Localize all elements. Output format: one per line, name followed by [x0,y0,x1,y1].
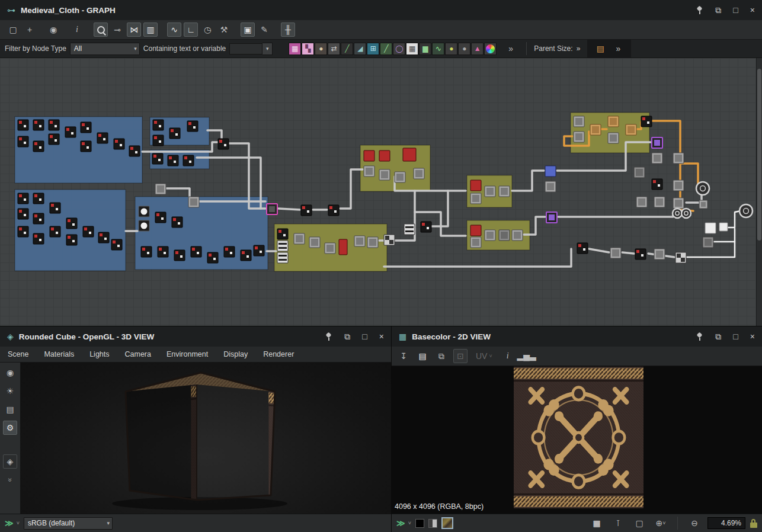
node-type-select[interactable]: All [70,43,140,55]
fit-frame-icon[interactable]: ▢ [632,516,646,530]
close-icon[interactable]: × [379,332,384,341]
compact-material-icon[interactable]: ⋈ [127,23,141,37]
bitmap-node-icon[interactable]: ▦ [289,43,301,55]
display-settings-gear-icon[interactable]: ⚙ [3,421,17,435]
gradient-node-icon[interactable]: ▲ [471,43,484,55]
lock-zoom-icon[interactable] [750,523,757,528]
layers-icon[interactable]: ≫ [396,518,404,528]
directional-warp-node-icon[interactable]: ◢ [354,43,366,55]
float-window-icon[interactable]: ⧉ [344,332,350,341]
close-icon[interactable]: × [750,6,755,14]
texture-thumbnail[interactable] [441,517,453,529]
graph-node-zebra[interactable] [404,224,415,235]
graph-canvas[interactable] [0,58,762,326]
zoom-tool-icon[interactable] [94,23,108,37]
close-icon[interactable]: × [750,332,755,341]
graph-vertical-scrollbar[interactable] [756,58,762,326]
copy-image-icon[interactable]: ⧉ [434,349,449,363]
colorspace-select[interactable]: sRGB (default) [24,517,113,530]
view3d-titlebar[interactable]: ◈ Rounded Cube - OpenGL - 3D VIEW ⧉ □ × [0,326,391,347]
menu-environment[interactable]: Environment [159,350,216,358]
graph-node-red[interactable] [470,225,481,236]
transform-node-icon[interactable]: ⊞ [367,43,379,55]
graph-output-node[interactable] [696,182,709,195]
search-text-input[interactable] [229,43,262,55]
menu-materials[interactable]: Materials [36,350,82,358]
light-settings-icon[interactable]: ☀ [3,384,17,398]
display-filters-icon[interactable]: ╫ [281,23,295,37]
graph-tools-icon[interactable]: ⚒ [217,23,231,37]
instance-parameters-icon[interactable]: ▤ [593,41,607,56]
blur-node-icon[interactable]: ● [315,43,327,55]
graph-node-red[interactable] [403,148,416,161]
link-mode-icon[interactable]: ⊸ [110,23,124,37]
graph-node-red[interactable] [470,180,481,191]
float-window-icon[interactable]: ⧉ [715,332,721,341]
more-panels-icon[interactable]: » [611,41,625,56]
menu-camera[interactable]: Camera [117,350,159,358]
graph-node-zebra[interactable] [277,241,288,251]
transform-gizmo-icon[interactable]: ⊡ [453,349,468,363]
maximize-icon[interactable]: □ [733,6,738,14]
graph-node-red[interactable] [379,150,390,161]
save-image-icon[interactable]: ▤ [415,349,430,363]
background-black-swatch[interactable] [415,519,424,528]
grid-toggle-icon[interactable]: ▦ [590,516,604,530]
graph-node-red[interactable] [364,150,374,161]
zoom-out-icon[interactable]: ⊖ [687,516,702,530]
zoom-level-input[interactable] [707,517,745,529]
maximize-icon[interactable]: □ [733,332,738,341]
search-dropdown-icon[interactable]: ▾ [262,43,273,55]
focus-frame-icon[interactable]: ▣ [241,23,255,37]
filter-overflow-icon[interactable]: » [504,41,518,56]
slope-node-icon[interactable]: ╱ [380,43,392,55]
node-info-icon[interactable]: i [70,23,84,37]
slope-blur-node-icon[interactable]: ╱ [341,43,353,55]
parent-size-chevrons-icon[interactable]: » [577,44,581,53]
maximize-icon[interactable]: □ [362,332,367,341]
view2d-canvas[interactable]: 4096 x 4096 (RGBA, 8bpc) [392,366,762,514]
uv-overlay-icon[interactable]: UV˅ [472,349,496,363]
float-window-icon[interactable]: ⧉ [715,6,721,14]
background-gray-swatch[interactable] [428,519,437,528]
graph-titlebar[interactable]: ⊶ Medieval_Cloth - GRAPH ⧉ □ × [0,0,762,20]
pan-mode-icon[interactable]: ⊕˅ [654,516,668,530]
layers-icon[interactable]: ≫ [5,518,12,528]
export-image-icon[interactable]: ↧ [396,349,411,363]
translate-nodes-icon[interactable]: + [23,23,37,37]
svg-node-icon[interactable]: ▚ [302,43,314,55]
viewport-3d[interactable] [21,363,391,514]
paint-tool-icon[interactable]: ✎ [257,23,271,37]
graph-node-blue[interactable] [545,166,556,177]
snap-toggle-icon[interactable]: ⊺ [611,516,625,530]
channel-shuffle-node-icon[interactable]: ⇄ [328,43,340,55]
graph-node-zebra[interactable] [277,252,288,263]
pin-icon[interactable] [696,6,703,14]
graph-scrollbar-thumb[interactable] [757,69,761,241]
graph-node-red[interactable] [339,239,347,255]
uniform-color-node-icon[interactable]: ● [445,43,457,55]
marquee-select-icon[interactable]: ▢ [6,23,20,37]
curve-node-icon[interactable]: ∿ [432,43,444,55]
menu-scene[interactable]: Scene [0,350,36,358]
snapshot-camera-icon[interactable]: ◉ [46,23,60,37]
geometry-uv-icon[interactable]: ◈ [3,454,17,469]
pin-icon[interactable] [325,332,332,341]
histogram-icon[interactable]: ▂▅▃ [520,349,534,363]
timed-compute-icon[interactable]: ◷ [200,23,214,37]
hsl-node-icon[interactable] [484,43,497,55]
pin-icon[interactable] [696,332,703,341]
blend-node-icon[interactable]: ● [458,43,470,55]
layers-chevron-icon[interactable]: ˅ [17,520,20,526]
menu-lights[interactable]: Lights [82,350,117,358]
menu-renderer[interactable]: Renderer [255,350,302,358]
graph-output-node[interactable] [739,204,753,217]
graph-node-white[interactable] [719,223,728,231]
graph-node-white[interactable] [705,223,716,233]
renderer-settings-icon[interactable]: ▤ [3,402,17,416]
view2d-titlebar[interactable]: ▦ Basecolor - 2D VIEW ⧉ □ × [392,326,762,347]
graph-output-node[interactable] [681,209,691,218]
align-tools-icon[interactable]: ▥ [143,23,158,37]
menu-display[interactable]: Display [216,350,255,358]
elbow-links-icon[interactable]: ∟ [184,23,198,37]
